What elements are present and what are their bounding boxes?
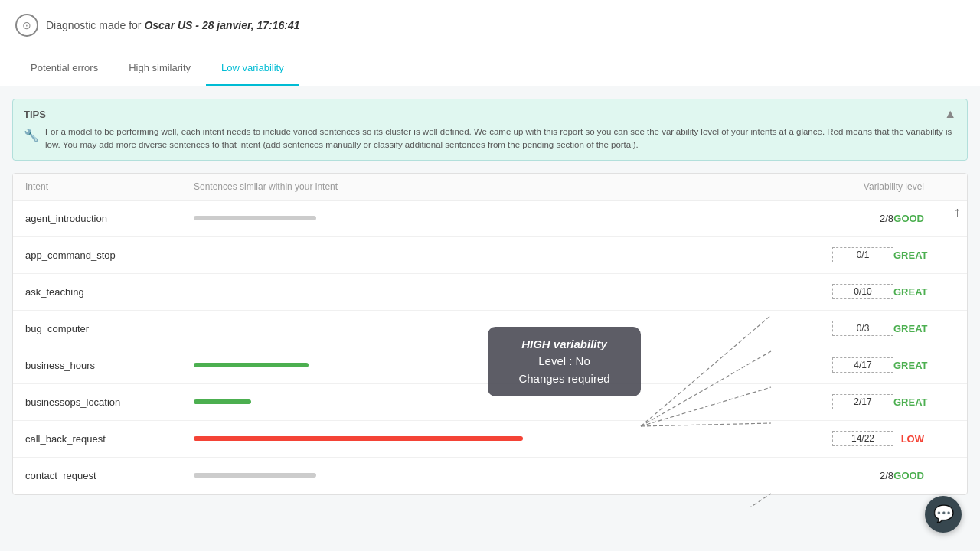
table-row: app_command_stop 0/1 GREAT [13,237,967,274]
level-badge: GREAT [893,249,955,261]
tips-title: TIPS [24,109,46,120]
intent-name: call_back_request [25,433,194,445]
sort-arrow-icon: ↑ [954,204,961,220]
similarity-bar [194,473,316,478]
table-row: contact_request 2/8 GOOD [13,458,967,494]
bar-container [194,399,832,404]
score-value: 0/1 [832,247,893,262]
table-row: businessops_location 2/17 GREAT [13,384,967,421]
chat-icon: 💬 [933,504,954,507]
diagnostic-icon: ⊙ [15,14,38,37]
intent-name: ask_teaching [25,286,194,298]
col-header-variability: Variability level [863,181,955,192]
col-header-intent: Intent [25,181,194,192]
main-table: Intent Sentences similar within your int… [12,173,968,495]
bar-container [194,473,832,478]
bar-container [194,363,832,367]
tabs-bar: Potential errors High similarity Low var… [0,51,980,86]
table-header: Intent Sentences similar within your int… [13,174,967,201]
table-row: business_hours 4/17 GREAT [13,347,967,384]
intent-name: bug_computer [25,323,194,334]
score-value: 2/8 [832,470,893,481]
header-bar: ⊙ Diagnostic made for Oscar US - 28 janv… [0,0,980,51]
table-row: agent_introduction 2/8 GOOD [13,201,967,237]
bar-container [194,436,832,441]
intent-name: contact_request [25,470,194,481]
tips-banner: TIPS ▲ 🔧 For a model to be performing we… [12,99,968,161]
level-badge: LOW [893,433,955,445]
header-text: Diagnostic made for Oscar US - 28 janvie… [46,19,300,31]
table-row: ask_teaching 0/10 GREAT [13,274,967,311]
level-badge: GREAT [893,286,955,298]
table-row: bug_computer 0/3 GREAT [13,311,967,347]
intent-name: business_hours [25,360,194,371]
intent-name: agent_introduction [25,213,194,224]
intent-name: businessops_location [25,396,194,408]
similarity-bar [194,436,523,441]
bar-container [194,216,832,220]
tab-potential-errors[interactable]: Potential errors [15,51,113,86]
similarity-bar [194,399,251,404]
score-value: 0/10 [832,284,893,299]
score-value: 0/3 [832,321,893,336]
col-header-sentences: Sentences similar within your intent [194,181,802,192]
tips-collapse-button[interactable]: ▲ [944,107,956,121]
tips-icon: 🔧 [24,126,39,145]
tips-text: For a model to be performing well, each … [45,126,956,152]
chat-button[interactable]: 💬 [925,496,962,507]
level-badge: GOOD [893,470,955,481]
level-badge: GREAT [893,323,955,334]
score-value: 2/17 [832,394,893,409]
tab-high-similarity[interactable]: High similarity [113,51,206,86]
similarity-bar [194,363,309,367]
svg-line-4 [641,494,771,507]
level-badge: GREAT [893,396,955,408]
tab-low-variability[interactable]: Low variability [206,51,299,86]
intent-name: app_command_stop [25,249,194,261]
similarity-bar [194,216,316,220]
level-badge: GOOD [893,213,955,224]
score-value: 2/8 [832,213,893,224]
tips-header: TIPS ▲ [24,107,956,121]
table-row: call_back_request 14/22 LOW [13,421,967,458]
level-badge: GREAT [893,360,955,371]
tips-body: 🔧 For a model to be performing well, eac… [24,126,956,152]
score-value: 4/17 [832,357,893,373]
score-value: 14/22 [832,431,893,446]
